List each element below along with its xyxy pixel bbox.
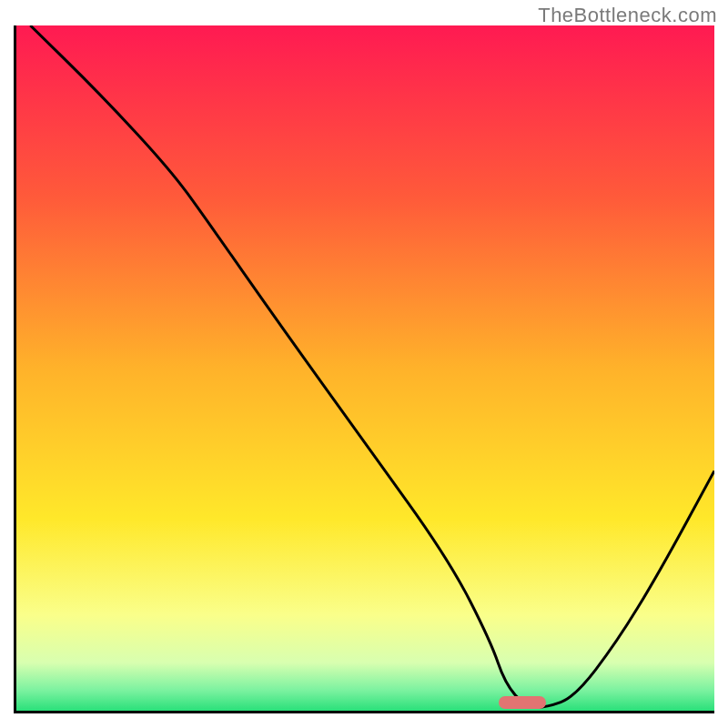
chart-axes-frame	[14, 25, 714, 713]
watermark-text: TheBottleneck.com	[538, 4, 717, 27]
